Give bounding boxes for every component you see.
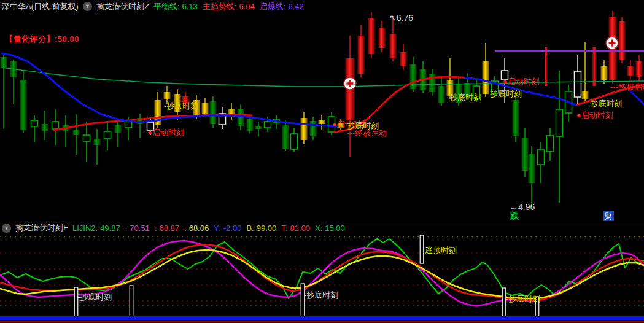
field-value: 49.87 [100, 224, 120, 233]
cross-circle-icon [344, 77, 356, 90]
field-1: :70.51 [125, 224, 150, 233]
field-value: 15.00 [325, 224, 345, 233]
field-value: 6.13 [182, 2, 198, 11]
field-value: 6.42 [288, 2, 303, 11]
field-7: X:15.00 [315, 224, 345, 233]
field-2: :68.87 [155, 224, 179, 233]
field-label: 平衡线: [153, 2, 180, 11]
signal-marker-bar [74, 287, 78, 317]
signal-marker-bar [420, 235, 424, 263]
main-candlestick-chart[interactable] [0, 0, 644, 222]
field-value: 6.04 [239, 2, 254, 11]
field-label: X: [315, 224, 322, 233]
bottom-band [0, 316, 644, 320]
field-0: 平衡线:6.13 [153, 2, 198, 11]
field-value: 99.00 [257, 224, 277, 233]
cross-circle-icon [606, 37, 618, 49]
main-indicator-values: 平衡线:6.13主趋势线:6.04启爆线:6.42 [153, 1, 309, 12]
field-label: 启爆线: [260, 2, 286, 11]
candles-layer [1, 11, 643, 208]
field-value: 81.00 [290, 224, 310, 233]
field-label: Y: [214, 224, 221, 233]
field-1: 主趋势线:6.04 [203, 2, 255, 11]
trading-terminal: 深中华A(日线.前复权) ▼ 擒龙潜伏时刻Z 平衡线:6.13主趋势线:6.04… [0, 0, 644, 323]
field-value: -2.00 [223, 224, 242, 233]
signal-marker-bar [130, 286, 133, 317]
symbol-title: 深中华A(日线.前复权) [2, 1, 79, 12]
indicator-line-chart[interactable] [0, 233, 644, 323]
chevron-down-icon[interactable]: ▼ [83, 2, 92, 11]
field-4: Y:-2.00 [214, 224, 241, 233]
field-label: LIJIN2: [72, 224, 98, 233]
indicator-panel-header: ▼ 擒龙潜伏时刻F LIJIN2:49.87:70.51:68.87:68.06… [0, 222, 644, 233]
indicator-name-sub[interactable]: 擒龙潜伏时刻F [15, 222, 68, 233]
blue-trend-line [630, 91, 644, 104]
field-2: 启爆线:6.42 [260, 2, 304, 11]
indicator-name-main[interactable]: 擒龙潜伏时刻Z [96, 1, 149, 12]
sub-indicator-values: LIJIN2:49.87:70.51:68.87:68.06Y:-2.00B:9… [72, 224, 350, 233]
field-3: :68.06 [184, 224, 209, 233]
field-0: LIJIN2:49.87 [72, 224, 120, 233]
signal-marker-bar [502, 288, 506, 317]
field-6: T:81.00 [281, 224, 310, 233]
indicator-line-slow-yellow [0, 250, 644, 298]
field-label: 主趋势线: [203, 2, 237, 11]
quant-score-label: 【量化评分】:50.00 [5, 34, 79, 45]
bottom-band [0, 321, 644, 322]
main-chart-header: 深中华A(日线.前复权) ▼ 擒龙潜伏时刻Z 平衡线:6.13主趋势线:6.04… [2, 1, 309, 12]
field-label: : [184, 224, 187, 233]
field-value: 70.51 [130, 224, 150, 233]
field-label: : [125, 224, 128, 233]
signal-marker-bar [301, 284, 305, 317]
signal-marker-bar [535, 297, 539, 317]
field-label: T: [281, 224, 287, 233]
field-label: B: [246, 224, 254, 233]
field-5: B:99.00 [246, 224, 276, 233]
balance-line [2, 68, 644, 87]
blue-trend-line [2, 53, 336, 126]
field-value: 68.87 [159, 224, 179, 233]
field-value: 68.06 [189, 224, 209, 233]
field-label: : [155, 224, 157, 233]
chevron-down-icon[interactable]: ▼ [2, 224, 11, 233]
